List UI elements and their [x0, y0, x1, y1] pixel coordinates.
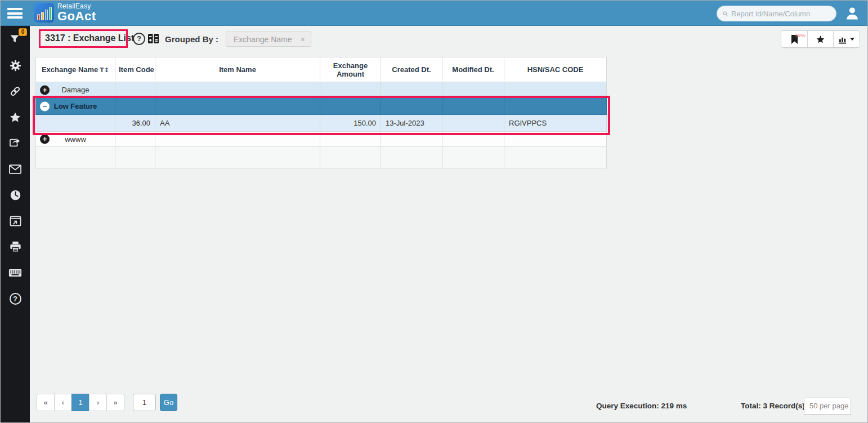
pagination: « ‹ 1 › » Go — [37, 394, 177, 411]
link-icon[interactable] — [1, 78, 30, 104]
aggregate-view-icon[interactable] — [148, 34, 159, 46]
settings-gear-icon[interactable] — [1, 52, 30, 78]
new-badge: New — [795, 33, 806, 38]
group-row-low-feature[interactable]: − Low Feature — [36, 98, 607, 115]
col-header-hsn-sac[interactable]: HSN/SAC CODE — [504, 57, 607, 82]
expand-icon[interactable]: + — [40, 135, 50, 144]
total-records: Total: 3 Record(s) — [741, 402, 805, 410]
go-button[interactable]: Go — [160, 394, 177, 411]
current-page-button[interactable]: 1 — [71, 394, 90, 411]
filter-icon[interactable]: 0 — [1, 26, 30, 52]
group-row-wwww[interactable]: + wwww — [36, 132, 607, 147]
user-icon[interactable] — [844, 6, 860, 21]
grid-header-row: Exchange NameT↕ Item Code Item Name Exch… — [36, 57, 607, 82]
sidebar: 0 — [1, 26, 30, 423]
brand-name-bottom: GoAct — [57, 10, 96, 23]
collapse-icon[interactable]: − — [40, 101, 50, 111]
group-row-damage[interactable]: + Damage — [36, 82, 607, 98]
top-header-bar: RetailEasy GoAct — [1, 1, 868, 26]
col-header-item-code[interactable]: Item Code — [115, 57, 155, 82]
col-header-created-dt[interactable]: Created Dt. — [381, 57, 442, 82]
help-icon[interactable]: ? — [1, 286, 30, 311]
chevron-down-icon — [850, 38, 854, 41]
group-tag-label: Exchange Name — [234, 35, 297, 44]
group-label: wwww — [65, 135, 86, 144]
star-icon — [816, 35, 825, 44]
logo-bars-icon — [34, 3, 54, 23]
data-row: 36.00 AA 150.00 13-Jul-2023 RGIVPPCS — [36, 115, 607, 132]
app-logo[interactable]: RetailEasy GoAct — [34, 3, 96, 23]
cell-item-code: 36.00 — [115, 115, 155, 132]
expand-icon[interactable]: + — [40, 85, 50, 95]
query-execution-time: Query Execution: 219 ms — [596, 402, 687, 410]
keyboard-icon[interactable] — [1, 260, 30, 286]
report-action-buttons: New — [781, 30, 860, 48]
search-icon — [723, 10, 728, 18]
app-window: RetailEasy GoAct 0 — [0, 0, 868, 423]
favorite-button[interactable] — [808, 31, 834, 47]
bookmark-button[interactable]: New — [781, 31, 808, 47]
prev-page-button[interactable]: ‹ — [54, 394, 72, 411]
group-label: Low Feature — [54, 102, 97, 110]
global-search — [717, 6, 836, 21]
print-icon[interactable] — [1, 234, 30, 260]
last-page-button[interactable]: » — [106, 394, 124, 411]
filter-count-badge: 0 — [19, 28, 27, 36]
cell-modified-dt — [442, 115, 504, 132]
goto-page-input[interactable] — [133, 394, 156, 411]
report-help-icon[interactable]: ? — [133, 33, 145, 45]
favorites-star-icon[interactable] — [1, 104, 30, 130]
next-page-button[interactable]: › — [89, 394, 107, 411]
cell-exchange-amount: 150.00 — [320, 115, 381, 132]
grouped-by-label: Grouped By : — [165, 34, 218, 44]
first-page-button[interactable]: « — [37, 394, 55, 411]
report-title: 3317 : Exchange List — [45, 33, 134, 43]
col-header-exchange-amount[interactable]: Exchange Amount — [320, 57, 381, 82]
sort-icon[interactable]: T↕ — [100, 66, 109, 74]
col-header-item-name[interactable]: Item Name — [155, 57, 320, 82]
empty-row — [36, 147, 607, 168]
cell-created-dt: 13-Jul-2023 — [381, 115, 442, 132]
bar-chart-icon — [839, 35, 848, 44]
share-icon[interactable] — [1, 130, 30, 156]
history-clock-icon[interactable] — [1, 182, 30, 208]
menu-icon[interactable] — [7, 8, 23, 19]
cell-item-name: AA — [155, 115, 320, 132]
group-tag-close-icon[interactable]: × — [301, 35, 305, 44]
mail-icon[interactable] — [1, 156, 30, 182]
group-tag: Exchange Name × — [226, 32, 311, 47]
group-label: Damage — [61, 86, 89, 94]
per-page-select[interactable]: 50 per page — [804, 398, 851, 415]
search-input[interactable] — [731, 10, 830, 18]
cell-hsn-sac-code: RGIVPPCS — [504, 115, 607, 132]
chart-view-button[interactable] — [834, 31, 860, 47]
window-export-icon[interactable] — [1, 208, 30, 234]
report-grid: Exchange NameT↕ Item Code Item Name Exch… — [35, 57, 607, 168]
col-header-modified-dt[interactable]: Modified Dt. — [442, 57, 504, 82]
col-header-exchange-name[interactable]: Exchange NameT↕ — [36, 57, 115, 82]
